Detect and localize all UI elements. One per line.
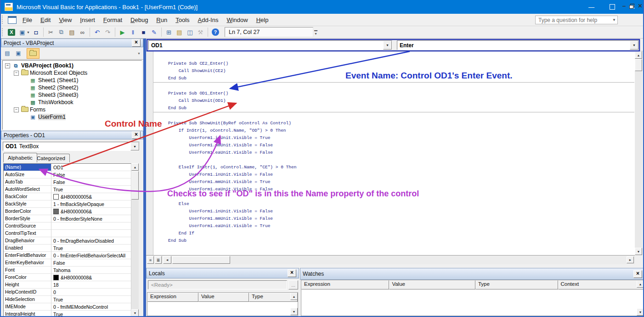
code-editor[interactable]: Private Sub CE2_Enter() Call ShowUnit(CE… xyxy=(153,60,634,245)
scrollbar-thumb[interactable] xyxy=(635,59,642,71)
toolbar-grip[interactable] xyxy=(2,28,5,36)
mdi-close-button[interactable]: ✕ xyxy=(637,3,644,10)
property-row-controltiptext[interactable]: ControlTipText xyxy=(4,230,131,237)
property-row-bordercolor[interactable]: BorderColor&H80000006& xyxy=(4,208,131,215)
help-search-input[interactable] xyxy=(536,17,611,24)
tab-alphabetic[interactable]: Alphabetic xyxy=(3,153,37,162)
code-line[interactable]: End Sub xyxy=(153,105,634,112)
chevron-down-icon[interactable]: ▼ xyxy=(630,41,638,50)
code-line[interactable]: UserForm1.inUnit.Visible = False xyxy=(153,208,634,215)
menu-grip[interactable] xyxy=(2,16,5,24)
code-line[interactable]: Call ShowUnit(CE2) xyxy=(153,67,634,75)
locals-header[interactable]: Locals × xyxy=(146,268,299,278)
code-margin-indicator-bar[interactable] xyxy=(146,51,153,255)
property-value[interactable]: 0 - fmIMEModeNoControl xyxy=(51,303,131,311)
property-row-autotab[interactable]: AutoTabFalse xyxy=(4,178,131,186)
menu-run[interactable]: Run xyxy=(152,15,171,25)
view-microsoft-excel-icon[interactable]: X xyxy=(8,29,15,36)
code-line[interactable]: UserForm1.inUnit.Visible = False xyxy=(153,171,634,178)
find-icon[interactable]: ∞ xyxy=(78,28,87,37)
save-icon[interactable]: ◘ xyxy=(31,28,41,37)
collapse-icon[interactable]: − xyxy=(5,63,10,68)
code-line[interactable]: UserForm1.mmUnit.Visible = False xyxy=(153,142,634,149)
code-line[interactable]: Call ShowUnit(OD1) xyxy=(153,97,634,105)
mdi-restore-button[interactable] xyxy=(628,3,635,10)
property-row-enabled[interactable]: EnabledTrue xyxy=(4,245,131,252)
break-icon[interactable]: ‖ xyxy=(128,28,138,37)
locals-close-button[interactable]: × xyxy=(288,269,296,277)
property-row-height[interactable]: Height18 xyxy=(4,281,131,289)
undo-icon[interactable]: ↶ xyxy=(92,28,102,37)
cut-icon[interactable]: ✂ xyxy=(46,28,56,37)
toggle-folders-button[interactable] xyxy=(27,48,40,59)
code-line[interactable]: Else xyxy=(153,200,634,208)
locals-list[interactable]: ExpressionValueType xyxy=(147,292,298,316)
code-line[interactable]: UserForm1.inUnit.Visible = True xyxy=(153,134,634,142)
menu-file[interactable]: File xyxy=(18,15,36,25)
column-header-value[interactable]: Value xyxy=(389,280,475,289)
property-value[interactable]: 18 xyxy=(51,281,131,289)
code-line[interactable]: UserForm1.eaUnit.Visible = False xyxy=(153,186,634,193)
menu-window[interactable]: Window xyxy=(222,15,252,25)
code-vertical-scrollbar[interactable]: ▲ ▼ xyxy=(635,51,642,255)
design-mode-icon[interactable]: ✎ xyxy=(149,28,159,37)
project-explorer-icon[interactable]: ⊞ xyxy=(164,28,174,37)
scroll-down-icon[interactable]: ▼ xyxy=(635,248,642,255)
tab-categorized[interactable]: Categorized xyxy=(32,154,70,162)
redo-icon[interactable]: ↷ xyxy=(103,28,113,37)
property-row-autowordselect[interactable]: AutoWordSelectTrue xyxy=(4,186,131,193)
menu-view[interactable]: View xyxy=(55,15,76,25)
paste-icon[interactable]: ▤ xyxy=(67,28,77,37)
full-module-view-button[interactable]: ≣ xyxy=(155,256,162,264)
project-close-button[interactable]: × xyxy=(132,39,141,47)
chevron-down-icon[interactable]: ▼ xyxy=(383,41,392,50)
property-row-name[interactable]: (Name)OD1 xyxy=(4,164,131,171)
property-row-forecolor[interactable]: ForeColor&H80000008& xyxy=(4,274,131,281)
project-panel-header[interactable]: Project - VBAProject × xyxy=(1,39,143,47)
project-tree[interactable]: −⧉VBAProject (Book1)−Microsoft Excel Obj… xyxy=(2,60,142,130)
column-header-context[interactable]: Context xyxy=(558,280,644,289)
locals-ellipsis-button[interactable]: ... xyxy=(288,280,298,289)
property-value[interactable]: True xyxy=(51,296,131,303)
property-value[interactable]: True xyxy=(51,186,131,193)
property-value[interactable]: &H80000005& xyxy=(51,193,131,200)
code-line[interactable]: UserForm1.eaUnit.Visible = True xyxy=(153,222,634,230)
tree-item-microsoftexcelobjects[interactable]: −Microsoft Excel Objects xyxy=(3,69,141,77)
property-value[interactable]: 0 - fmBorderStyleNone xyxy=(51,215,131,222)
menu-debug[interactable]: Debug xyxy=(126,15,152,25)
property-value[interactable]: 1 - fmBackStyleOpaque xyxy=(51,200,131,208)
object-browser-icon[interactable]: ◫ xyxy=(185,28,195,37)
property-row-backstyle[interactable]: BackStyle1 - fmBackStyleOpaque xyxy=(4,200,131,208)
property-row-controlsource[interactable]: ControlSource xyxy=(4,222,131,230)
menu-addins[interactable]: Add-Ins xyxy=(194,15,223,25)
column-header-expression[interactable]: Expression xyxy=(301,280,389,289)
tree-item-userform1[interactable]: ▣UserForm1 xyxy=(3,113,141,121)
object-dropdown[interactable]: OD1 ▼ xyxy=(148,40,392,50)
code-line[interactable] xyxy=(153,156,634,164)
tree-item-sheet3sheet3[interactable]: ▦Sheet3 (Sheet3) xyxy=(3,91,141,99)
code-line[interactable]: If InStr(1, oControl.Name, "OD") > 0 The… xyxy=(153,127,634,134)
view-object-button[interactable]: ▣ xyxy=(14,49,23,57)
property-value[interactable]: 0 - fmEnterFieldBehaviorSelectAll xyxy=(51,252,131,259)
property-value[interactable] xyxy=(51,230,131,237)
mdi-minimize-button[interactable]: ‒ xyxy=(621,3,627,10)
property-row-autosize[interactable]: AutoSizeFalse xyxy=(4,171,131,178)
property-row-borderstyle[interactable]: BorderStyle0 - fmBorderStyleNone xyxy=(4,215,131,222)
scroll-down-icon[interactable]: ▼ xyxy=(637,308,644,316)
properties-window-icon[interactable]: ▤ xyxy=(175,28,184,37)
tree-item-forms[interactable]: −Forms xyxy=(3,106,141,113)
property-grid-scrollbar[interactable]: ▲ ▼ xyxy=(131,163,139,317)
maximize-button[interactable] xyxy=(602,0,622,14)
menu-help[interactable]: Help xyxy=(252,15,273,25)
tree-item-sheet2sheet2[interactable]: ▦Sheet2 (Sheet2) xyxy=(3,84,141,91)
scroll-up-icon[interactable]: ▲ xyxy=(635,51,642,59)
tree-item-vbaprojectbook1[interactable]: −⧉VBAProject (Book1) xyxy=(3,62,141,69)
menu-tools[interactable]: Tools xyxy=(171,15,193,25)
view-code-button[interactable]: ▤ xyxy=(3,49,12,57)
scroll-up-icon[interactable]: ▲ xyxy=(131,163,139,171)
property-row-helpcontextid[interactable]: HelpContextID0 xyxy=(4,289,131,296)
help-icon[interactable]: ? xyxy=(212,28,219,36)
property-value[interactable]: 0 xyxy=(51,289,131,296)
procedure-view-button[interactable]: ≡ xyxy=(147,256,154,264)
property-value[interactable]: False xyxy=(51,259,131,267)
